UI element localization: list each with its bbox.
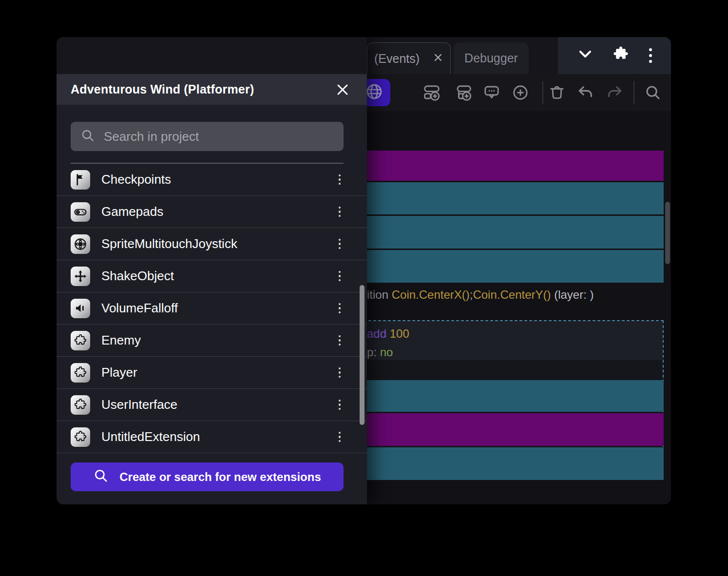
tab-debugger[interactable]: Debugger xyxy=(454,42,529,74)
add-event-icon[interactable] xyxy=(423,84,441,101)
item-label: UserInterface xyxy=(101,397,336,412)
project-item-volumefalloff[interactable]: VolumeFalloff xyxy=(57,292,367,325)
item-label: SpriteMultitouchJoystick xyxy=(101,236,336,251)
item-menu-icon[interactable] xyxy=(336,204,344,220)
item-menu-icon[interactable] xyxy=(336,365,344,381)
project-item-untitledextension[interactable]: UntitledExtension xyxy=(57,421,367,453)
tab-events-label: (Events) xyxy=(374,52,420,66)
item-menu-icon[interactable] xyxy=(336,268,344,285)
code-token: p: xyxy=(367,346,380,359)
puzzle-icon[interactable] xyxy=(612,46,630,65)
code-token: (layer: ) xyxy=(551,288,594,301)
project-items-list: Checkpoints Gamepads xyxy=(57,164,367,453)
item-menu-icon[interactable] xyxy=(336,172,344,188)
item-menu-icon[interactable] xyxy=(336,236,344,252)
project-item-enemy[interactable]: Enemy xyxy=(57,325,367,357)
item-menu-icon[interactable] xyxy=(336,300,344,317)
project-search[interactable] xyxy=(71,122,344,151)
app-window: (Events) Debugger xyxy=(57,37,671,504)
item-menu-icon[interactable] xyxy=(336,332,344,349)
redo-icon[interactable] xyxy=(606,84,623,101)
item-menu-icon[interactable] xyxy=(336,397,344,413)
tab-debugger-label: Debugger xyxy=(464,51,518,65)
events-scrollbar[interactable] xyxy=(665,202,670,264)
toolbar-divider xyxy=(542,81,543,104)
code-token: no xyxy=(380,346,393,359)
search-icon xyxy=(93,468,109,486)
project-title: Adventurous Wind (Platformer) xyxy=(71,82,254,96)
search-icon xyxy=(80,128,95,145)
speaker-icon xyxy=(71,299,90,318)
search-icon[interactable] xyxy=(644,84,662,101)
toolbar-divider xyxy=(633,81,634,104)
add-comment-icon[interactable] xyxy=(483,84,500,101)
project-item-checkpoints[interactable]: Checkpoints xyxy=(57,164,367,196)
puzzle-piece-icon xyxy=(71,395,90,415)
project-item-player[interactable]: Player xyxy=(57,357,367,389)
item-label: ShakeObject xyxy=(101,269,336,284)
close-panel-icon[interactable] xyxy=(335,82,350,97)
item-label: Player xyxy=(101,365,336,380)
event-action-text: add 100 xyxy=(367,326,409,341)
joystick-icon xyxy=(71,234,90,254)
code-token: add xyxy=(367,327,390,340)
panel-scrollbar[interactable] xyxy=(360,285,364,425)
panel-header: Adventurous Wind (Platformer) xyxy=(57,74,367,105)
puzzle-piece-icon xyxy=(71,363,90,383)
kebab-menu-icon[interactable] xyxy=(649,48,652,63)
item-label: Enemy xyxy=(101,333,336,348)
add-subevent-icon[interactable] xyxy=(455,84,472,101)
item-label: UntitledExtension xyxy=(101,429,336,444)
event-action-text: p: no xyxy=(367,345,393,360)
code-token: Coin.CenterY() xyxy=(473,288,551,301)
item-label: Checkpoints xyxy=(101,172,336,187)
project-item-spritemultitouchjoystick[interactable]: SpriteMultitouchJoystick xyxy=(57,228,367,260)
project-item-userinterface[interactable]: UserInterface xyxy=(57,389,367,421)
tab-events[interactable]: (Events) xyxy=(367,42,451,74)
undo-icon[interactable] xyxy=(577,84,594,101)
code-token: 100 xyxy=(390,327,409,340)
titlebar-right-section xyxy=(558,37,671,74)
create-extension-label: Create or search for new extensions xyxy=(119,470,321,484)
item-label: Gamepads xyxy=(101,204,336,219)
add-circle-icon[interactable] xyxy=(512,84,529,101)
project-item-gamepads[interactable]: Gamepads xyxy=(57,196,367,228)
code-token: ition xyxy=(367,288,392,301)
code-token: Coin.CenterX() xyxy=(392,288,470,301)
item-label: VolumeFalloff xyxy=(101,301,336,316)
tab-close-icon[interactable] xyxy=(433,52,443,66)
gamepad-icon xyxy=(71,202,90,222)
project-item-shakeobject[interactable]: ShakeObject xyxy=(57,260,367,292)
create-extension-button[interactable]: Create or search for new extensions xyxy=(71,462,344,491)
move-arrows-icon xyxy=(71,267,90,286)
globe-icon xyxy=(364,82,384,103)
event-action-text: ition Coin.CenterX();Coin.CenterY() (lay… xyxy=(367,288,594,302)
window-titlebar-strip xyxy=(57,37,367,74)
trash-icon[interactable] xyxy=(548,84,566,101)
flag-icon xyxy=(71,170,90,190)
puzzle-piece-icon xyxy=(71,331,90,350)
item-menu-icon[interactable] xyxy=(336,429,344,445)
project-manager-panel: Adventurous Wind (Platformer) Checkpoint… xyxy=(57,37,367,504)
chevron-down-icon[interactable] xyxy=(577,50,593,61)
puzzle-piece-icon xyxy=(71,427,90,447)
search-input[interactable] xyxy=(104,129,334,144)
